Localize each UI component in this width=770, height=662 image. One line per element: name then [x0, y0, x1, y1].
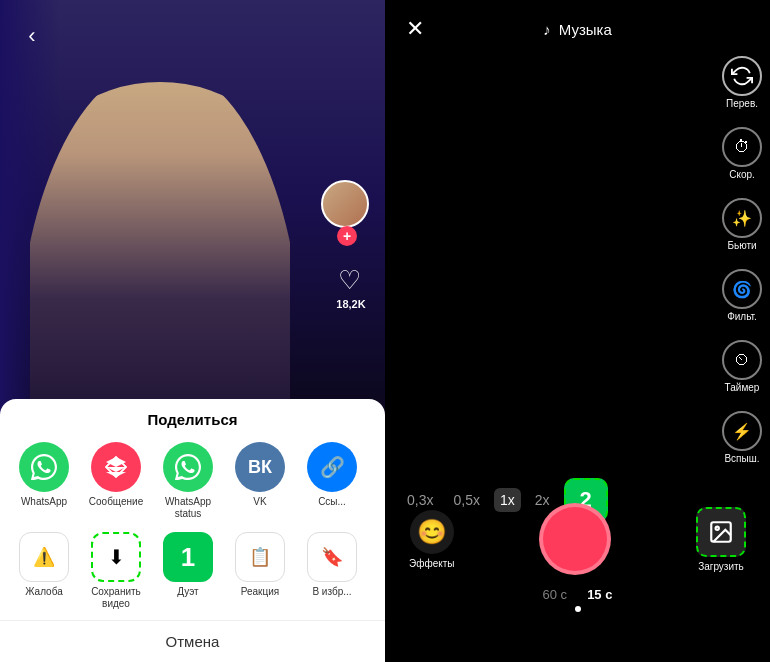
whatsapp-status-label: WhatsApp status: [156, 496, 220, 520]
toolbar-item-flash[interactable]: ⚡ Вспыш.: [722, 411, 762, 464]
back-button[interactable]: ‹: [16, 20, 48, 52]
top-bar: ✕ ♪ Музыка: [385, 0, 770, 50]
svg-point-2: [716, 526, 719, 529]
bookmark-label: В избр...: [312, 586, 351, 598]
left-panel: ‹ + ♡ 18,2K Поделиться WhatsApp: [0, 0, 385, 662]
bookmark-item[interactable]: 🔖 В избр...: [300, 532, 364, 610]
music-label: ♪ Музыка: [433, 21, 722, 38]
reaction-icon-box: 📋: [235, 532, 285, 582]
timer-icon: ⏲: [722, 340, 762, 380]
upload-button[interactable]: Загрузить: [696, 507, 746, 572]
share-actions-row: ⚠️ Жалоба ⬇ Сохранить видео 1 Дуэт 📋 Реа…: [0, 532, 385, 610]
toolbar-item-reverse[interactable]: Перев.: [722, 56, 762, 109]
duration-60s[interactable]: 60 с: [543, 587, 568, 602]
duet-icon-box: 1: [163, 532, 213, 582]
share-item-whatsapp-status[interactable]: WhatsApp status: [156, 442, 220, 520]
reverse-label: Перев.: [726, 98, 758, 109]
report-label: Жалоба: [25, 586, 62, 598]
duration-dot-indicator: [575, 606, 581, 612]
duration-row: 60 с 15 с: [543, 587, 613, 602]
vk-icon: ВК: [235, 442, 285, 492]
cancel-button[interactable]: Отмена: [0, 620, 385, 662]
filter-label: Фильт.: [727, 311, 757, 322]
effects-label: Эффекты: [409, 558, 454, 569]
bookmark-icon-box: 🔖: [307, 532, 357, 582]
share-title: Поделиться: [0, 411, 385, 428]
link-label: Ссы...: [318, 496, 346, 508]
like-button[interactable]: ♡: [329, 260, 369, 300]
toolbar-item-filter[interactable]: 🌀 Фильт.: [722, 269, 762, 322]
music-note-icon: ♪: [543, 21, 551, 38]
toolbar-item-speed[interactable]: ⏱ Скор.: [722, 127, 762, 180]
link-icon: 🔗: [307, 442, 357, 492]
person-silhouette: [30, 82, 290, 442]
flash-label: Вспыш.: [724, 453, 759, 464]
flash-icon: ⚡: [722, 411, 762, 451]
whatsapp1-label: WhatsApp: [21, 496, 67, 508]
share-sheet: Поделиться WhatsApp: [0, 399, 385, 662]
beauty-icon: ✨: [722, 198, 762, 238]
follow-button[interactable]: +: [337, 226, 357, 246]
whatsapp-status-icon: [163, 442, 213, 492]
filter-icon: 🌀: [722, 269, 762, 309]
effects-icon: 😊: [410, 510, 454, 554]
message-icon: [91, 442, 141, 492]
report-item[interactable]: ⚠️ Жалоба: [12, 532, 76, 610]
share-item-whatsapp1[interactable]: WhatsApp: [12, 442, 76, 520]
share-item-message[interactable]: Сообщение: [84, 442, 148, 520]
record-row: 😊 Эффекты Загрузить: [385, 503, 770, 575]
bottom-controls: 😊 Эффекты Загрузить 60 с 15 с: [385, 503, 770, 612]
message-label: Сообщение: [89, 496, 143, 508]
speed-label: Скор.: [729, 169, 755, 180]
upload-label: Загрузить: [698, 561, 744, 572]
duet-item[interactable]: 1 Дуэт: [156, 532, 220, 610]
timer-label: Таймер: [725, 382, 760, 393]
share-item-vk[interactable]: ВК VK: [228, 442, 292, 520]
beauty-label: Бьюти: [727, 240, 756, 251]
right-panel: ✕ ♪ Музыка Перев. ⏱ Скор.: [385, 0, 770, 662]
save-video-item[interactable]: ⬇ Сохранить видео: [84, 532, 148, 610]
heart-icon: ♡: [338, 265, 361, 296]
share-icons-row: WhatsApp Сообщение: [0, 442, 385, 520]
reaction-item[interactable]: 📋 Реакция: [228, 532, 292, 610]
close-button[interactable]: ✕: [397, 16, 433, 42]
reaction-label: Реакция: [241, 586, 279, 598]
duet-label: Дуэт: [177, 586, 198, 598]
share-item-link[interactable]: 🔗 Ссы...: [300, 442, 364, 520]
vk-label: VK: [253, 496, 266, 508]
right-toolbar: Перев. ⏱ Скор. ✨ Бьюти 🌀 Фильт. ⏲: [722, 56, 762, 464]
save-video-label: Сохранить видео: [84, 586, 148, 610]
toolbar-item-timer[interactable]: ⏲ Таймер: [722, 340, 762, 393]
toolbar-item-beauty[interactable]: ✨ Бьюти: [722, 198, 762, 251]
reverse-icon: [722, 56, 762, 96]
music-text: Музыка: [559, 21, 612, 38]
effects-button[interactable]: 😊 Эффекты: [409, 510, 454, 569]
upload-icon-box: [696, 507, 746, 557]
whatsapp-icon: [19, 442, 69, 492]
save-video-icon-box: ⬇: [91, 532, 141, 582]
record-button[interactable]: [539, 503, 611, 575]
likes-count: 18,2K: [325, 298, 377, 310]
report-icon-box: ⚠️: [19, 532, 69, 582]
speed-icon: ⏱: [722, 127, 762, 167]
duration-15s[interactable]: 15 с: [587, 587, 612, 602]
avatar[interactable]: [321, 180, 369, 228]
